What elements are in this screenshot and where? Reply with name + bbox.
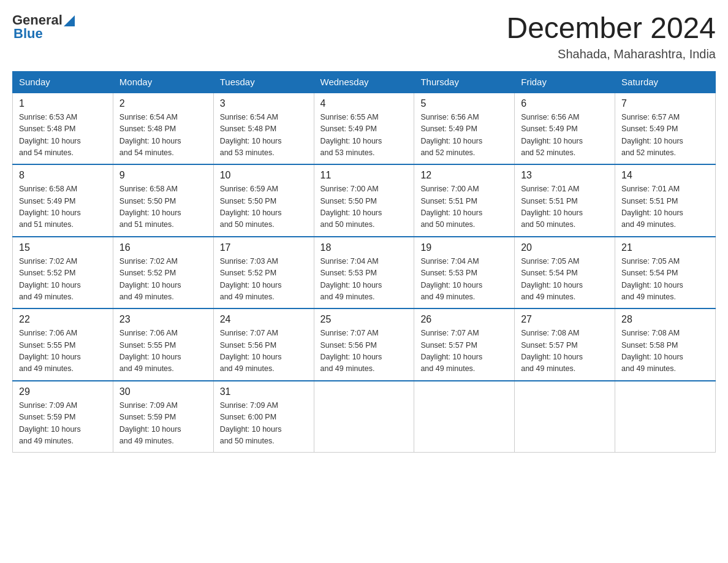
calendar-cell: 20Sunrise: 7:05 AMSunset: 5:54 PMDayligh… <box>515 237 615 309</box>
day-number: 3 <box>220 98 308 109</box>
day-number: 7 <box>621 98 709 109</box>
day-number: 1 <box>19 98 107 109</box>
day-info: Sunrise: 7:00 AMSunset: 5:50 PMDaylight:… <box>320 183 408 231</box>
calendar-cell: 31Sunrise: 7:09 AMSunset: 6:00 PMDayligh… <box>213 381 314 453</box>
day-info: Sunrise: 7:08 AMSunset: 5:57 PMDaylight:… <box>521 327 609 375</box>
day-info: Sunrise: 6:56 AMSunset: 5:49 PMDaylight:… <box>521 112 609 159</box>
day-number: 12 <box>420 170 508 181</box>
day-number: 2 <box>119 98 207 109</box>
calendar-cell: 24Sunrise: 7:07 AMSunset: 5:56 PMDayligh… <box>213 308 314 381</box>
day-header-friday: Friday <box>515 71 615 93</box>
day-info: Sunrise: 7:08 AMSunset: 5:58 PMDaylight:… <box>621 327 709 375</box>
calendar-cell: 12Sunrise: 7:00 AMSunset: 5:51 PMDayligh… <box>414 164 515 237</box>
calendar-cell: 13Sunrise: 7:01 AMSunset: 5:51 PMDayligh… <box>515 164 615 237</box>
calendar-cell: 9Sunrise: 6:58 AMSunset: 5:50 PMDaylight… <box>113 164 213 237</box>
day-number: 17 <box>220 242 308 253</box>
calendar-cell <box>314 381 414 453</box>
day-header-wednesday: Wednesday <box>314 71 414 93</box>
location-title: Shahada, Maharashtra, India <box>506 47 716 61</box>
page-header: General Blue December 2024 Shahada, Maha… <box>12 12 716 61</box>
day-number: 13 <box>521 170 609 181</box>
calendar-cell: 18Sunrise: 7:04 AMSunset: 5:53 PMDayligh… <box>314 237 414 309</box>
day-number: 25 <box>320 314 408 325</box>
day-info: Sunrise: 7:09 AMSunset: 5:59 PMDaylight:… <box>119 400 207 448</box>
day-info: Sunrise: 7:04 AMSunset: 5:53 PMDaylight:… <box>320 256 408 304</box>
day-info: Sunrise: 7:07 AMSunset: 5:56 PMDaylight:… <box>220 327 308 375</box>
day-info: Sunrise: 7:09 AMSunset: 6:00 PMDaylight:… <box>220 400 308 448</box>
day-info: Sunrise: 7:06 AMSunset: 5:55 PMDaylight:… <box>119 327 207 375</box>
day-info: Sunrise: 6:57 AMSunset: 5:49 PMDaylight:… <box>621 112 709 159</box>
logo: General Blue <box>12 12 75 42</box>
calendar-cell: 5Sunrise: 6:56 AMSunset: 5:49 PMDaylight… <box>414 93 515 165</box>
day-number: 9 <box>119 170 207 181</box>
day-info: Sunrise: 7:05 AMSunset: 5:54 PMDaylight:… <box>521 256 609 304</box>
day-number: 8 <box>19 170 107 181</box>
logo-blue-text: Blue <box>13 26 43 42</box>
day-info: Sunrise: 7:02 AMSunset: 5:52 PMDaylight:… <box>19 256 107 304</box>
calendar-cell: 22Sunrise: 7:06 AMSunset: 5:55 PMDayligh… <box>13 308 113 381</box>
day-info: Sunrise: 6:56 AMSunset: 5:49 PMDaylight:… <box>420 112 508 159</box>
day-number: 29 <box>19 386 107 397</box>
day-number: 21 <box>621 242 709 253</box>
calendar-cell <box>414 381 515 453</box>
calendar-header-row: SundayMondayTuesdayWednesdayThursdayFrid… <box>13 71 716 93</box>
calendar-cell: 23Sunrise: 7:06 AMSunset: 5:55 PMDayligh… <box>113 308 213 381</box>
calendar-cell: 29Sunrise: 7:09 AMSunset: 5:59 PMDayligh… <box>13 381 113 453</box>
day-info: Sunrise: 7:00 AMSunset: 5:51 PMDaylight:… <box>420 183 508 231</box>
calendar-cell: 26Sunrise: 7:07 AMSunset: 5:57 PMDayligh… <box>414 308 515 381</box>
day-number: 24 <box>220 314 308 325</box>
day-number: 23 <box>119 314 207 325</box>
calendar-cell <box>615 381 716 453</box>
day-number: 19 <box>420 242 508 253</box>
day-info: Sunrise: 7:07 AMSunset: 5:57 PMDaylight:… <box>420 327 508 375</box>
calendar-cell: 21Sunrise: 7:05 AMSunset: 5:54 PMDayligh… <box>615 237 716 309</box>
day-number: 22 <box>19 314 107 325</box>
title-block: December 2024 Shahada, Maharashtra, Indi… <box>506 12 716 61</box>
day-header-tuesday: Tuesday <box>213 71 314 93</box>
day-info: Sunrise: 7:05 AMSunset: 5:54 PMDaylight:… <box>621 256 709 304</box>
calendar-week-row: 8Sunrise: 6:58 AMSunset: 5:49 PMDaylight… <box>13 164 716 237</box>
calendar-table: SundayMondayTuesdayWednesdayThursdayFrid… <box>12 71 716 453</box>
day-number: 30 <box>119 386 207 397</box>
calendar-week-row: 1Sunrise: 6:53 AMSunset: 5:48 PMDaylight… <box>13 93 716 165</box>
calendar-cell: 3Sunrise: 6:54 AMSunset: 5:48 PMDaylight… <box>213 93 314 165</box>
calendar-cell: 16Sunrise: 7:02 AMSunset: 5:52 PMDayligh… <box>113 237 213 309</box>
calendar-cell: 10Sunrise: 6:59 AMSunset: 5:50 PMDayligh… <box>213 164 314 237</box>
day-info: Sunrise: 7:01 AMSunset: 5:51 PMDaylight:… <box>521 183 609 231</box>
calendar-week-row: 22Sunrise: 7:06 AMSunset: 5:55 PMDayligh… <box>13 308 716 381</box>
calendar-cell: 7Sunrise: 6:57 AMSunset: 5:49 PMDaylight… <box>615 93 716 165</box>
day-number: 14 <box>621 170 709 181</box>
calendar-cell: 15Sunrise: 7:02 AMSunset: 5:52 PMDayligh… <box>13 237 113 309</box>
day-info: Sunrise: 7:09 AMSunset: 5:59 PMDaylight:… <box>19 400 107 448</box>
logo-triangle-icon <box>64 15 75 26</box>
day-info: Sunrise: 6:54 AMSunset: 5:48 PMDaylight:… <box>220 112 308 159</box>
day-header-saturday: Saturday <box>615 71 716 93</box>
day-info: Sunrise: 6:58 AMSunset: 5:50 PMDaylight:… <box>119 183 207 231</box>
calendar-cell: 8Sunrise: 6:58 AMSunset: 5:49 PMDaylight… <box>13 164 113 237</box>
day-number: 28 <box>621 314 709 325</box>
day-info: Sunrise: 6:58 AMSunset: 5:49 PMDaylight:… <box>19 183 107 231</box>
day-number: 6 <box>521 98 609 109</box>
calendar-cell: 1Sunrise: 6:53 AMSunset: 5:48 PMDaylight… <box>13 93 113 165</box>
calendar-cell: 27Sunrise: 7:08 AMSunset: 5:57 PMDayligh… <box>515 308 615 381</box>
day-info: Sunrise: 7:03 AMSunset: 5:52 PMDaylight:… <box>220 256 308 304</box>
calendar-cell: 6Sunrise: 6:56 AMSunset: 5:49 PMDaylight… <box>515 93 615 165</box>
day-info: Sunrise: 6:54 AMSunset: 5:48 PMDaylight:… <box>119 112 207 159</box>
day-number: 15 <box>19 242 107 253</box>
day-number: 31 <box>220 386 308 397</box>
day-number: 16 <box>119 242 207 253</box>
day-header-monday: Monday <box>113 71 213 93</box>
calendar-week-row: 15Sunrise: 7:02 AMSunset: 5:52 PMDayligh… <box>13 237 716 309</box>
day-header-thursday: Thursday <box>414 71 515 93</box>
calendar-cell: 2Sunrise: 6:54 AMSunset: 5:48 PMDaylight… <box>113 93 213 165</box>
day-number: 26 <box>420 314 508 325</box>
day-info: Sunrise: 7:07 AMSunset: 5:56 PMDaylight:… <box>320 327 408 375</box>
calendar-cell: 4Sunrise: 6:55 AMSunset: 5:49 PMDaylight… <box>314 93 414 165</box>
day-info: Sunrise: 7:06 AMSunset: 5:55 PMDaylight:… <box>19 327 107 375</box>
day-number: 10 <box>220 170 308 181</box>
day-info: Sunrise: 6:53 AMSunset: 5:48 PMDaylight:… <box>19 112 107 159</box>
day-number: 4 <box>320 98 408 109</box>
calendar-cell <box>515 381 615 453</box>
day-number: 5 <box>420 98 508 109</box>
calendar-cell: 14Sunrise: 7:01 AMSunset: 5:51 PMDayligh… <box>615 164 716 237</box>
